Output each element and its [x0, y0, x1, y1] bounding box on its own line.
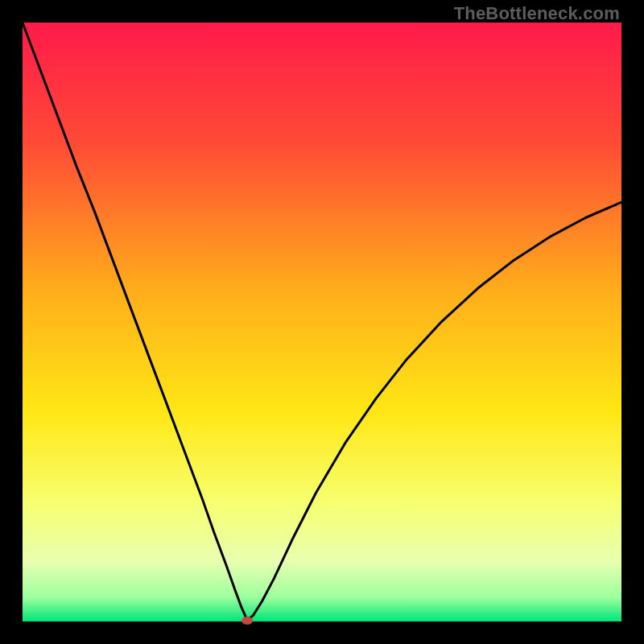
watermark-text: TheBottleneck.com — [454, 3, 620, 24]
optimal-marker — [242, 617, 253, 625]
gradient-background — [23, 23, 621, 621]
plot-svg — [23, 23, 621, 621]
chart-frame — [23, 23, 621, 621]
